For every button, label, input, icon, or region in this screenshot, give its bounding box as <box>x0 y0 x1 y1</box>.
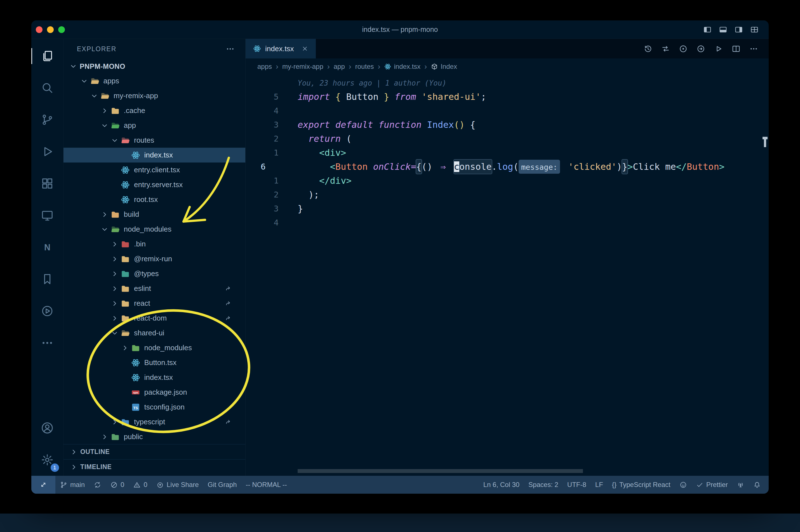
status-prettier[interactable]: Prettier <box>691 476 732 494</box>
tree-item-label: entry.server.tsx <box>134 180 183 189</box>
tree-item-routes[interactable]: routes <box>63 133 245 148</box>
tree-item-apps[interactable]: apps <box>63 74 245 89</box>
chevron-down-icon <box>111 329 119 337</box>
tree-item-node-modules[interactable]: node_modules <box>63 340 245 355</box>
toggle-blame-icon[interactable] <box>679 44 688 53</box>
code-token <box>298 188 308 202</box>
activity-bookmarks[interactable] <box>31 263 63 295</box>
status-language-mode[interactable]: {}TypeScript React <box>608 476 675 494</box>
section-timeline[interactable]: TIMELINE <box>63 459 245 474</box>
activity-code-runner[interactable] <box>31 295 63 327</box>
tree-item-entry.server.tsx[interactable]: entry.server.tsx <box>63 177 245 192</box>
tree-item-tsconfig.json[interactable]: TStsconfig.json <box>63 400 245 415</box>
activity-additional-views[interactable] <box>31 327 63 359</box>
tree-item-node-modules[interactable]: node_modules <box>63 222 245 236</box>
status-branch[interactable]: main <box>55 476 89 494</box>
chevron-down-icon <box>80 77 89 85</box>
status-vim-mode[interactable]: -- NORMAL -- <box>242 476 291 494</box>
tree-item-eslint[interactable]: eslint <box>63 281 245 296</box>
tree-item-@types[interactable]: @types <box>63 266 245 281</box>
status-encoding[interactable]: UTF-8 <box>563 476 591 494</box>
activity-run-and-debug[interactable] <box>31 136 63 168</box>
tree-item-index.tsx[interactable]: index.tsx <box>63 370 245 385</box>
status-eol[interactable]: LF <box>591 476 608 494</box>
tree-item-package.json[interactable]: npmpackage.json <box>63 385 245 400</box>
code-token: ( <box>513 160 519 174</box>
tree-item-button.tsx[interactable]: Button.tsx <box>63 355 245 370</box>
tree-item-react[interactable]: react <box>63 296 245 311</box>
tree-item-entry.client.tsx[interactable]: entry.client.tsx <box>63 163 245 177</box>
open-preview-icon[interactable] <box>697 44 705 53</box>
breadcrumb-apps[interactable]: apps <box>258 63 272 71</box>
tree-item-build[interactable]: build <box>63 207 245 222</box>
tree-item-my-remix-app[interactable]: my-remix-app <box>63 89 245 103</box>
activity-accounts[interactable] <box>31 412 63 444</box>
tree-item-label: .bin <box>134 240 146 248</box>
liveshare-icon <box>156 481 164 489</box>
folder-icon <box>120 417 130 427</box>
status-label: TypeScript React <box>619 481 670 489</box>
toggle-primary-sidebar-icon[interactable] <box>703 25 711 34</box>
status-label: LF <box>595 481 603 489</box>
activity-extensions[interactable] <box>31 168 63 200</box>
breadcrumb-app[interactable]: app <box>334 63 345 71</box>
tree-item-root.tsx[interactable]: root.tsx <box>63 192 245 207</box>
explorer-actions-icon[interactable] <box>226 44 235 53</box>
status-cursor-position[interactable]: Ln 6, Col 30 <box>479 476 524 494</box>
breadcrumb-routes[interactable]: routes <box>355 63 374 71</box>
open-changes-icon[interactable] <box>661 44 670 53</box>
more-actions-icon[interactable] <box>749 44 758 53</box>
toggle-panel-icon[interactable] <box>719 25 727 34</box>
tab-index-tsx[interactable]: index.tsx <box>246 39 316 58</box>
code-token: 'clicked' <box>568 160 616 174</box>
close-button[interactable] <box>36 26 42 33</box>
breadcrumb-index.tsx[interactable]: index.tsx <box>384 63 420 71</box>
npm-icon: npm <box>131 388 140 397</box>
tree-item-.cache[interactable]: .cache <box>63 103 245 118</box>
tree-item-.bin[interactable]: .bin <box>63 236 245 251</box>
activity-source-control[interactable] <box>31 104 63 136</box>
activity-explorer[interactable] <box>31 40 63 72</box>
breadcrumb-index[interactable]: Index <box>431 63 457 71</box>
window-controls <box>31 26 90 33</box>
tree-item-index.tsx[interactable]: index.tsx <box>63 148 245 163</box>
split-editor-icon[interactable] <box>732 44 740 53</box>
code-token: Button <box>341 90 384 104</box>
tree-item-shared-ui[interactable]: shared-ui <box>63 326 245 340</box>
run-file-icon[interactable] <box>714 44 723 53</box>
activity-settings[interactable]: 1 <box>31 444 63 476</box>
status-feedback[interactable] <box>675 476 691 494</box>
tree-item-app[interactable]: app <box>63 118 245 133</box>
section-outline[interactable]: OUTLINE <box>63 444 245 459</box>
close-icon[interactable] <box>301 45 308 52</box>
minimize-button[interactable] <box>47 26 54 33</box>
status-indentation[interactable]: Spaces: 2 <box>524 476 563 494</box>
vim-cursor: c <box>454 162 459 172</box>
line-number: 4 <box>246 104 298 118</box>
status-remote[interactable] <box>31 476 55 494</box>
tree-item-typescript[interactable]: typescript <box>63 415 245 429</box>
status-notifications[interactable] <box>749 476 765 494</box>
code-editor[interactable]: You, 23 hours ago | 1 author (You) 5impo… <box>246 75 769 476</box>
toggle-secondary-sidebar-icon[interactable] <box>735 25 743 34</box>
status-sync[interactable] <box>89 476 106 494</box>
tree-root-pnpm-mono[interactable]: PNPM-MONO <box>63 59 245 74</box>
horizontal-scrollbar[interactable] <box>298 469 583 473</box>
status-broadcast[interactable] <box>732 476 749 494</box>
activity-nx-console[interactable]: N <box>31 231 63 263</box>
tree-item-@remix-run[interactable]: @remix-run <box>63 251 245 266</box>
radio-icon <box>737 481 744 489</box>
status-label: main <box>70 481 85 489</box>
zoom-button[interactable] <box>58 26 65 33</box>
customize-layout-icon[interactable] <box>750 25 759 34</box>
status-live-share[interactable]: Live Share <box>152 476 203 494</box>
tree-item-react-dom[interactable]: react-dom <box>63 311 245 326</box>
status-errors[interactable]: 0 <box>106 476 129 494</box>
activity-remote-explorer[interactable] <box>31 200 63 231</box>
status-warnings[interactable]: 0 <box>129 476 152 494</box>
local-history-icon[interactable] <box>644 44 652 53</box>
activity-search[interactable] <box>31 72 63 104</box>
status-git-graph[interactable]: Git Graph <box>203 476 242 494</box>
tree-item-public[interactable]: public <box>63 429 245 444</box>
breadcrumb-my-remix-app[interactable]: my-remix-app <box>282 63 323 71</box>
